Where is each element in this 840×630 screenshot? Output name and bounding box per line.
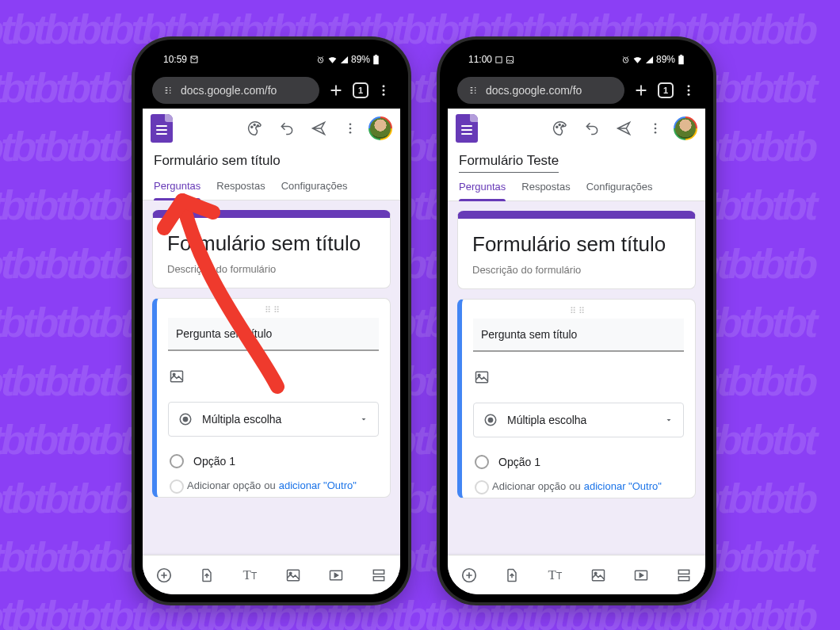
import-questions-button[interactable]: [197, 566, 216, 585]
svg-point-42: [594, 572, 597, 575]
radio-outline-icon: [170, 479, 184, 494]
image-notification-icon: [506, 55, 514, 64]
document-title-row: Formulário Teste: [448, 148, 705, 173]
google-forms-app: Formulário Teste Perguntas Respostas Con…: [448, 109, 705, 594]
question-type-selector[interactable]: Múltipla escolha: [168, 402, 379, 437]
undo-button[interactable]: [273, 115, 300, 142]
customize-theme-button[interactable]: [547, 115, 574, 142]
caret-down-icon: [664, 415, 674, 425]
browser-menu-button[interactable]: [682, 83, 696, 97]
svg-point-37: [478, 374, 480, 376]
form-canvas[interactable]: Formulário sem título Descrição do formu…: [448, 201, 705, 555]
more-options-button[interactable]: [642, 115, 669, 142]
customize-theme-button[interactable]: [242, 115, 269, 142]
svg-point-8: [257, 125, 258, 127]
tab-settings[interactable]: Configurações: [281, 180, 348, 200]
question-type-label: Múltipla escolha: [202, 413, 281, 426]
document-title-input[interactable]: Formulário sem título: [154, 153, 281, 172]
form-description-input[interactable]: Descrição do formulário: [167, 263, 376, 275]
svg-rect-36: [476, 372, 488, 382]
account-avatar[interactable]: [368, 116, 392, 140]
status-time: 11:00: [468, 54, 492, 65]
google-forms-logo-icon[interactable]: [456, 114, 478, 143]
svg-rect-41: [592, 570, 604, 580]
drag-handle-icon[interactable]: ⠿⠿: [168, 307, 379, 318]
screen-left: 10:59 89% docs.google.com/fo 1: [143, 48, 400, 594]
send-button[interactable]: [610, 115, 637, 142]
add-question-button[interactable]: [155, 566, 174, 585]
add-image-button-toolbar[interactable]: [284, 566, 303, 585]
add-option-link[interactable]: Adicionar opção: [187, 479, 261, 494]
form-header-card[interactable]: Formulário sem título Descrição do formu…: [457, 211, 696, 289]
svg-rect-1: [373, 55, 379, 64]
add-image-button[interactable]: [473, 363, 502, 391]
undo-button[interactable]: [578, 115, 605, 142]
tab-switcher-button[interactable]: 1: [353, 82, 368, 98]
svg-point-29: [688, 93, 690, 95]
tab-questions[interactable]: Perguntas: [154, 180, 200, 200]
battery-icon: [678, 55, 685, 65]
radio-icon: [483, 413, 498, 427]
or-text: ou: [569, 480, 580, 494]
tab-questions[interactable]: Perguntas: [459, 181, 506, 200]
question-card[interactable]: ⠿⠿ Pergunta sem título Múltipla escolha …: [457, 299, 696, 498]
document-title-input[interactable]: Formulário Teste: [459, 153, 559, 173]
question-type-selector[interactable]: Múltipla escolha: [473, 403, 684, 437]
form-title-input[interactable]: Formulário sem título: [167, 231, 376, 257]
option-row[interactable]: Opção 1: [168, 449, 379, 473]
question-text-input[interactable]: Pergunta sem título: [168, 318, 379, 351]
add-section-button[interactable]: [674, 566, 693, 585]
svg-point-32: [562, 125, 563, 127]
svg-point-5: [383, 93, 385, 95]
tab-responses[interactable]: Respostas: [216, 180, 265, 200]
add-image-button-toolbar[interactable]: [589, 566, 608, 585]
site-settings-icon[interactable]: [162, 84, 174, 97]
svg-point-15: [183, 416, 189, 422]
add-section-button[interactable]: [369, 566, 388, 585]
add-title-button[interactable]: TT: [545, 566, 564, 585]
radio-outline-icon: [475, 455, 489, 469]
tab-settings[interactable]: Configurações: [586, 181, 653, 200]
question-card[interactable]: ⠿⠿ Pergunta sem título Múltipla escolha …: [152, 298, 391, 498]
add-video-button[interactable]: [632, 566, 651, 585]
add-image-button[interactable]: [168, 362, 197, 391]
tab-responses[interactable]: Respostas: [521, 181, 570, 200]
account-avatar[interactable]: [674, 116, 697, 140]
add-title-button[interactable]: TT: [240, 566, 259, 585]
send-button[interactable]: [305, 115, 332, 142]
add-other-link[interactable]: adicionar "Outro": [584, 480, 662, 494]
add-option-link[interactable]: Adicionar opção: [492, 480, 566, 494]
google-forms-logo-icon[interactable]: [151, 114, 173, 143]
site-settings-icon[interactable]: [467, 84, 479, 97]
radio-outline-icon: [475, 480, 489, 494]
address-bar[interactable]: docs.google.com/fo: [457, 77, 624, 104]
browser-menu-button[interactable]: [376, 83, 391, 97]
add-other-link[interactable]: adicionar "Outro": [279, 479, 357, 494]
more-options-button[interactable]: [337, 115, 364, 142]
svg-rect-2: [375, 55, 377, 55]
form-header-card[interactable]: Formulário sem título Descrição do formu…: [152, 210, 391, 288]
tab-switcher-button[interactable]: 1: [658, 82, 674, 98]
battery-icon: [372, 55, 380, 65]
svg-point-30: [556, 126, 558, 128]
new-tab-button[interactable]: [632, 82, 650, 99]
url-text: docs.google.com/fo: [181, 84, 277, 97]
new-tab-button[interactable]: [327, 82, 345, 99]
radio-icon: [178, 412, 193, 426]
form-description-input[interactable]: Descrição do formulário: [472, 264, 681, 276]
add-video-button[interactable]: [326, 566, 346, 585]
form-canvas[interactable]: Formulário sem título Descrição do formu…: [143, 200, 400, 555]
svg-rect-17: [287, 570, 299, 580]
svg-point-3: [383, 85, 385, 87]
svg-rect-12: [171, 371, 183, 381]
option-row[interactable]: Opção 1: [473, 450, 684, 474]
question-text-input[interactable]: Pergunta sem título: [473, 319, 684, 352]
option-label[interactable]: Opção 1: [498, 456, 540, 468]
option-label[interactable]: Opção 1: [193, 455, 235, 468]
address-bar[interactable]: docs.google.com/fo: [152, 77, 319, 104]
svg-point-33: [655, 123, 657, 125]
form-title-input[interactable]: Formulário sem título: [472, 231, 681, 258]
drag-handle-icon[interactable]: ⠿⠿: [473, 307, 684, 319]
import-questions-button[interactable]: [502, 566, 521, 585]
add-question-button[interactable]: [460, 566, 479, 585]
